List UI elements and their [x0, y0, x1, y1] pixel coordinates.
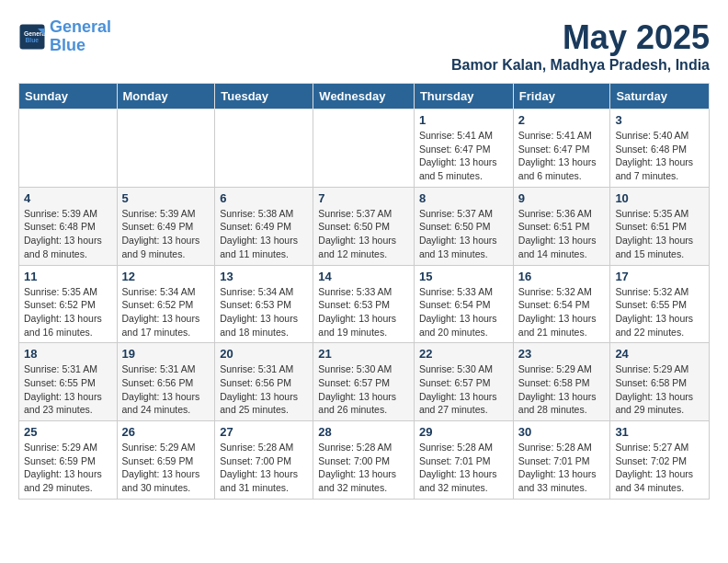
day-info: Sunrise: 5:38 AM Sunset: 6:49 PM Dayligh…: [220, 207, 308, 261]
day-number: 13: [220, 270, 308, 283]
day-info: Sunrise: 5:27 AM Sunset: 7:02 PM Dayligh…: [615, 441, 704, 495]
day-number: 24: [615, 347, 704, 361]
calendar-cell: 21Sunrise: 5:30 AM Sunset: 6:57 PM Dayli…: [313, 343, 415, 421]
calendar-week-row: 4Sunrise: 5:39 AM Sunset: 6:48 PM Daylig…: [19, 187, 710, 265]
day-number: 9: [518, 191, 606, 205]
calendar-cell: 31Sunrise: 5:27 AM Sunset: 7:02 PM Dayli…: [610, 421, 710, 500]
day-info: Sunrise: 5:34 AM Sunset: 6:53 PM Dayligh…: [220, 285, 308, 339]
day-info: Sunrise: 5:28 AM Sunset: 7:01 PM Dayligh…: [419, 441, 508, 495]
day-number: 5: [122, 191, 210, 205]
day-number: 16: [518, 270, 606, 283]
calendar-cell: 13Sunrise: 5:34 AM Sunset: 6:53 PM Dayli…: [215, 265, 313, 343]
day-info: Sunrise: 5:28 AM Sunset: 7:01 PM Dayligh…: [518, 441, 606, 495]
calendar-week-row: 1Sunrise: 5:41 AM Sunset: 6:47 PM Daylig…: [19, 109, 710, 188]
day-number: 10: [615, 191, 704, 205]
calendar-cell: 2Sunrise: 5:41 AM Sunset: 6:47 PM Daylig…: [513, 109, 610, 188]
day-info: Sunrise: 5:28 AM Sunset: 7:00 PM Dayligh…: [318, 441, 409, 495]
calendar-cell: 3Sunrise: 5:40 AM Sunset: 6:48 PM Daylig…: [610, 109, 710, 188]
svg-text:Blue: Blue: [26, 37, 40, 43]
calendar-cell: 16Sunrise: 5:32 AM Sunset: 6:54 PM Dayli…: [513, 265, 610, 343]
day-info: Sunrise: 5:30 AM Sunset: 6:57 PM Dayligh…: [419, 362, 508, 417]
day-info: Sunrise: 5:40 AM Sunset: 6:48 PM Dayligh…: [615, 129, 704, 183]
day-number: 17: [615, 270, 704, 283]
calendar-cell: 23Sunrise: 5:29 AM Sunset: 6:58 PM Dayli…: [513, 343, 610, 421]
weekday-header-friday: Friday: [513, 84, 610, 109]
calendar-cell: 12Sunrise: 5:34 AM Sunset: 6:52 PM Dayli…: [117, 265, 215, 343]
calendar-cell: 29Sunrise: 5:28 AM Sunset: 7:01 PM Dayli…: [414, 421, 513, 500]
day-info: Sunrise: 5:35 AM Sunset: 6:51 PM Dayligh…: [615, 207, 704, 261]
calendar-week-row: 18Sunrise: 5:31 AM Sunset: 6:55 PM Dayli…: [19, 343, 710, 421]
day-info: Sunrise: 5:41 AM Sunset: 6:47 PM Dayligh…: [518, 129, 606, 183]
calendar-cell: 10Sunrise: 5:35 AM Sunset: 6:51 PM Dayli…: [610, 187, 710, 265]
weekday-header-thursday: Thursday: [414, 84, 513, 109]
day-info: Sunrise: 5:37 AM Sunset: 6:50 PM Dayligh…: [419, 207, 508, 261]
calendar-week-row: 25Sunrise: 5:29 AM Sunset: 6:59 PM Dayli…: [19, 421, 710, 500]
location-title: Bamor Kalan, Madhya Pradesh, India: [451, 57, 710, 74]
day-number: 30: [518, 425, 606, 439]
calendar-cell: [313, 109, 415, 188]
calendar-cell: 7Sunrise: 5:37 AM Sunset: 6:50 PM Daylig…: [313, 187, 415, 265]
weekday-header-monday: Monday: [117, 84, 215, 109]
day-number: 6: [220, 191, 308, 205]
title-section: May 2025 Bamor Kalan, Madhya Pradesh, In…: [451, 18, 710, 74]
day-number: 20: [220, 347, 308, 361]
day-info: Sunrise: 5:34 AM Sunset: 6:52 PM Dayligh…: [122, 285, 210, 339]
month-year-title: May 2025: [451, 18, 710, 57]
day-number: 31: [615, 425, 704, 439]
weekday-header-sunday: Sunday: [19, 84, 118, 109]
calendar-cell: 11Sunrise: 5:35 AM Sunset: 6:52 PM Dayli…: [19, 265, 118, 343]
day-number: 12: [122, 270, 210, 283]
day-info: Sunrise: 5:41 AM Sunset: 6:47 PM Dayligh…: [419, 129, 508, 183]
day-info: Sunrise: 5:39 AM Sunset: 6:49 PM Dayligh…: [122, 207, 210, 261]
day-number: 26: [122, 425, 210, 439]
calendar-cell: 14Sunrise: 5:33 AM Sunset: 6:53 PM Dayli…: [313, 265, 415, 343]
day-number: 23: [518, 347, 606, 361]
calendar-cell: 5Sunrise: 5:39 AM Sunset: 6:49 PM Daylig…: [117, 187, 215, 265]
day-number: 22: [419, 347, 508, 361]
calendar-cell: 15Sunrise: 5:33 AM Sunset: 6:54 PM Dayli…: [414, 265, 513, 343]
day-info: Sunrise: 5:30 AM Sunset: 6:57 PM Dayligh…: [318, 362, 409, 417]
calendar-cell: 20Sunrise: 5:31 AM Sunset: 6:56 PM Dayli…: [215, 343, 313, 421]
calendar-cell: 27Sunrise: 5:28 AM Sunset: 7:00 PM Dayli…: [215, 421, 313, 500]
day-number: 14: [318, 270, 409, 283]
day-number: 1: [419, 113, 508, 127]
logo: General Blue General Blue: [18, 18, 111, 55]
calendar-cell: 1Sunrise: 5:41 AM Sunset: 6:47 PM Daylig…: [414, 109, 513, 188]
calendar-cell: 25Sunrise: 5:29 AM Sunset: 6:59 PM Dayli…: [19, 421, 118, 500]
day-info: Sunrise: 5:33 AM Sunset: 6:54 PM Dayligh…: [419, 285, 508, 339]
calendar-cell: [19, 109, 118, 188]
calendar-cell: [215, 109, 313, 188]
day-number: 2: [518, 113, 606, 127]
day-number: 3: [615, 113, 704, 127]
calendar-body: 1Sunrise: 5:41 AM Sunset: 6:47 PM Daylig…: [19, 109, 710, 500]
weekday-header-row: SundayMondayTuesdayWednesdayThursdayFrid…: [19, 84, 710, 109]
day-info: Sunrise: 5:29 AM Sunset: 6:58 PM Dayligh…: [615, 362, 704, 417]
day-number: 18: [24, 347, 112, 361]
logo-general: General: [50, 17, 111, 36]
day-info: Sunrise: 5:28 AM Sunset: 7:00 PM Dayligh…: [220, 441, 308, 495]
day-number: 15: [419, 270, 508, 283]
day-number: 11: [24, 270, 112, 283]
day-info: Sunrise: 5:32 AM Sunset: 6:54 PM Dayligh…: [518, 285, 606, 339]
weekday-header-saturday: Saturday: [610, 84, 710, 109]
day-info: Sunrise: 5:36 AM Sunset: 6:51 PM Dayligh…: [518, 207, 606, 261]
day-info: Sunrise: 5:32 AM Sunset: 6:55 PM Dayligh…: [615, 285, 704, 339]
day-number: 28: [318, 425, 409, 439]
day-info: Sunrise: 5:31 AM Sunset: 6:56 PM Dayligh…: [122, 362, 210, 417]
day-number: 4: [24, 191, 112, 205]
day-number: 25: [24, 425, 112, 439]
calendar-cell: 9Sunrise: 5:36 AM Sunset: 6:51 PM Daylig…: [513, 187, 610, 265]
day-info: Sunrise: 5:33 AM Sunset: 6:53 PM Dayligh…: [318, 285, 409, 339]
weekday-header-tuesday: Tuesday: [215, 84, 313, 109]
calendar-cell: 8Sunrise: 5:37 AM Sunset: 6:50 PM Daylig…: [414, 187, 513, 265]
day-info: Sunrise: 5:29 AM Sunset: 6:59 PM Dayligh…: [24, 441, 112, 495]
calendar-cell: 4Sunrise: 5:39 AM Sunset: 6:48 PM Daylig…: [19, 187, 118, 265]
logo-blue: Blue: [50, 36, 85, 54]
day-info: Sunrise: 5:31 AM Sunset: 6:55 PM Dayligh…: [24, 362, 112, 417]
weekday-header-wednesday: Wednesday: [313, 84, 415, 109]
day-number: 21: [318, 347, 409, 361]
day-info: Sunrise: 5:31 AM Sunset: 6:56 PM Dayligh…: [220, 362, 308, 417]
calendar-cell: 6Sunrise: 5:38 AM Sunset: 6:49 PM Daylig…: [215, 187, 313, 265]
calendar-cell: 17Sunrise: 5:32 AM Sunset: 6:55 PM Dayli…: [610, 265, 710, 343]
day-info: Sunrise: 5:29 AM Sunset: 6:58 PM Dayligh…: [518, 362, 606, 417]
